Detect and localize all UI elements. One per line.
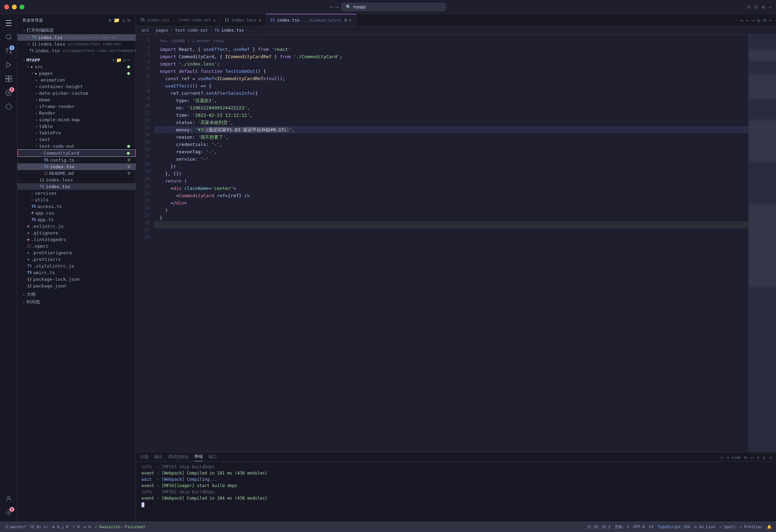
file-stylelintrc[interactable]: TS .stylelintrc.js bbox=[17, 263, 136, 269]
refresh-proj-icon[interactable]: ↺ bbox=[123, 57, 126, 63]
sidebar-item-source-control[interactable]: 3 bbox=[2, 45, 15, 57]
folder-test-code-out[interactable]: ▾ test-code-out bbox=[17, 143, 136, 149]
terminal-more-icon[interactable]: ⋯ bbox=[751, 455, 753, 460]
opened-file-2[interactable]: ✕ {} index.less src/pages/test-code-out bbox=[17, 41, 136, 47]
new-folder-icon[interactable]: 📁 bbox=[114, 17, 120, 23]
folder-animation[interactable]: ▸ animation bbox=[17, 77, 136, 83]
nav-left-icon[interactable]: ← bbox=[746, 17, 749, 23]
tab-index-less[interactable]: {} index.less ✕ bbox=[220, 14, 266, 26]
encoding-status[interactable]: UTF-8 bbox=[633, 525, 645, 529]
file-eslintrc[interactable]: ⊛ .eslintrc.js bbox=[17, 223, 136, 230]
search-input[interactable] bbox=[353, 5, 441, 9]
folder-home[interactable]: ▸ Home bbox=[17, 97, 136, 103]
code-editor[interactable]: You, 3分钟前 | 1 author (You) import React,… bbox=[154, 34, 748, 452]
terminal-content[interactable]: info - [MFSU] skip buildDeps event - [We… bbox=[136, 462, 776, 522]
terminal-down-icon[interactable]: ∨ bbox=[763, 455, 766, 460]
folder-iframe-render[interactable]: ▸ iframe-render bbox=[17, 103, 136, 110]
folder-commodity-card[interactable]: ▾ CommodityCard bbox=[17, 149, 136, 157]
tab-output[interactable]: 输出 bbox=[154, 454, 162, 461]
folder-utils[interactable]: ▸ utils bbox=[17, 196, 136, 203]
spaces-status[interactable]: 空格: 2 bbox=[615, 524, 629, 530]
refresh-icon[interactable]: ↺ bbox=[122, 17, 125, 23]
timeline-section[interactable]: ▸ 时间线 bbox=[17, 298, 136, 306]
minimize-button[interactable] bbox=[12, 5, 17, 9]
file-prettierignore[interactable]: ✦ .prettierignore bbox=[17, 249, 136, 256]
tab-index-tsx-commodity[interactable]: TS index.tsx .../CommodityCard U ✕ bbox=[266, 14, 356, 26]
folder-table[interactable]: ▸ table bbox=[17, 123, 136, 130]
folder-pages[interactable]: ▾ ▸ pages bbox=[17, 70, 136, 77]
file-package-lock[interactable]: {} package-lock.json bbox=[17, 276, 136, 283]
sidebar-item-explorer[interactable] bbox=[2, 17, 15, 29]
new-file-icon[interactable]: ⊕ bbox=[108, 17, 112, 23]
tab-index-tsx-testcodeout[interactable]: TS index.tsx .../test-code-out ✕ bbox=[136, 14, 220, 26]
folder-test[interactable]: ▸ test bbox=[17, 136, 136, 143]
collapse-all-icon[interactable]: ⊟ bbox=[128, 17, 131, 23]
file-index-less[interactable]: {} index.less bbox=[17, 177, 136, 183]
folder-tablepro[interactable]: ▸ TablePro bbox=[17, 130, 136, 136]
sidebar-item-remote[interactable]: 2 bbox=[2, 86, 15, 99]
folder-date-picker[interactable]: ▸ date-picker-custom bbox=[17, 90, 136, 97]
errors-status[interactable]: ⊗ 0 △ 0 bbox=[52, 525, 68, 529]
spell-status[interactable]: ✓ Spell bbox=[719, 525, 735, 529]
tab-ports[interactable]: 端口 bbox=[208, 454, 217, 461]
more-proj-icon[interactable]: ⋯ bbox=[127, 57, 130, 63]
layout-icon-1[interactable]: ⊡ bbox=[747, 4, 750, 10]
terminal-new-icon[interactable]: + bbox=[721, 455, 723, 460]
sidebar-item-debug[interactable] bbox=[2, 59, 15, 71]
opened-file-1[interactable]: ✕ TS index.tsx src/pages/test-code-out bbox=[17, 34, 136, 41]
more-tabs-icon[interactable]: ⋯ bbox=[769, 17, 772, 23]
sync-status[interactable]: ⓪ 0↓ 1↑ bbox=[30, 524, 48, 530]
sidebar-item-npm[interactable] bbox=[2, 100, 15, 113]
terminal-layout-icon[interactable]: ⊟ bbox=[744, 455, 747, 460]
go-live-status[interactable]: ◎ Go Live bbox=[694, 525, 715, 529]
tab-close-1[interactable]: ✕ bbox=[213, 17, 216, 23]
tab-close-3[interactable]: ✕ bbox=[349, 17, 352, 23]
file-index-tsx-main[interactable]: TS index.tsx bbox=[17, 183, 136, 190]
tab-problems[interactable]: 问题 bbox=[140, 454, 149, 461]
close-button[interactable] bbox=[4, 5, 9, 9]
layout-icon-3[interactable]: ⊞ bbox=[762, 4, 764, 10]
file-readme[interactable]: ⓘ README.md U bbox=[17, 170, 136, 177]
file-gitignore[interactable]: ◇ .gitignore bbox=[17, 230, 136, 236]
folder-simple-mind-map[interactable]: ▸ simple-mind-map bbox=[17, 116, 136, 123]
file-access-ts[interactable]: TS access.ts bbox=[17, 203, 136, 210]
outline-section[interactable]: ▸ 大纲 bbox=[17, 291, 136, 298]
layout-icon-4[interactable]: ⋯ bbox=[769, 4, 772, 10]
back-button[interactable]: ← bbox=[330, 3, 334, 10]
sidebar-item-search[interactable] bbox=[2, 31, 15, 43]
layout-icon-2[interactable]: ⊟ bbox=[755, 4, 758, 10]
file-umirc[interactable]: TS umirc.ts bbox=[17, 269, 136, 276]
close-file-icon-2[interactable]: ✕ bbox=[27, 41, 30, 47]
prettier-status[interactable]: ✓ Prettier bbox=[740, 525, 763, 529]
terminal-split-icon[interactable]: ∨ node bbox=[727, 455, 741, 460]
nav-right-icon[interactable]: → bbox=[752, 17, 754, 23]
warnings-status[interactable]: ⚡ 0 bbox=[73, 525, 79, 529]
accounts-icon[interactable] bbox=[2, 492, 15, 505]
folder-services[interactable]: ▸ services bbox=[17, 190, 136, 196]
terminal-up-icon[interactable]: ∧ bbox=[757, 455, 760, 460]
git-branch[interactable]: ⎇ master* bbox=[4, 525, 26, 529]
open-changes-icon[interactable]: ◎ bbox=[758, 17, 760, 23]
file-npmrc[interactable]: ⬡ .npmrc bbox=[17, 243, 136, 249]
notifications-status[interactable]: ✉ 0 bbox=[84, 525, 91, 529]
folder-render[interactable]: ▸ Render bbox=[17, 110, 136, 116]
settings-icon[interactable]: 1 bbox=[2, 506, 15, 519]
folder-container-height[interactable]: ▸ container-height bbox=[17, 83, 136, 90]
split-editor-icon[interactable]: ↔ bbox=[740, 17, 743, 23]
line-ending-status[interactable]: LF bbox=[649, 525, 654, 529]
project-root[interactable]: ▾ MYAPP + 📁 ↺ ⋯ bbox=[17, 57, 136, 63]
terminal-close-icon[interactable]: × bbox=[769, 455, 772, 460]
language-status[interactable]: TypeScript JSX bbox=[658, 525, 690, 529]
file-config-ts[interactable]: TS config.ts U bbox=[17, 157, 136, 163]
file-app-ts[interactable]: TS app.ts bbox=[17, 216, 136, 223]
maximize-button[interactable] bbox=[20, 5, 24, 9]
file-package-json[interactable]: {} package.json bbox=[17, 283, 136, 289]
file-app-css[interactable]: # app.css bbox=[17, 210, 136, 216]
close-file-icon[interactable]: ✕ bbox=[27, 35, 30, 40]
file-index-tsx-commodity[interactable]: TS index.tsx U bbox=[17, 163, 136, 170]
tab-terminal[interactable]: 终端 bbox=[195, 454, 203, 461]
tab-debug-console[interactable]: 调试控制台 bbox=[168, 454, 189, 461]
kwaipilot-status[interactable]: ✓ Kwaipilot: Finished! bbox=[95, 525, 146, 529]
new-file-proj-icon[interactable]: + bbox=[112, 57, 115, 63]
forward-button[interactable]: → bbox=[335, 3, 338, 10]
